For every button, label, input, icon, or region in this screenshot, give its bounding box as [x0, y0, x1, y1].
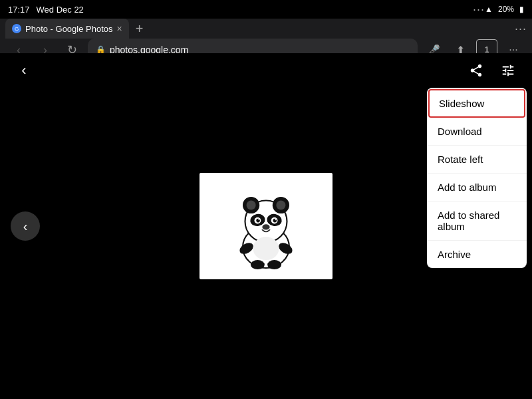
dropdown-item-add-to-album[interactable]: Add to album: [427, 174, 527, 201]
browser-chrome: G Photo - Google Photos × + ··· ‹ › ↻ 🔒 …: [0, 19, 532, 53]
svg-point-14: [262, 224, 269, 229]
svg-point-19: [267, 260, 281, 269]
battery-icon: ▮: [519, 5, 524, 14]
svg-point-10: [258, 219, 259, 220]
photo-frame: [200, 173, 332, 279]
svg-point-17: [253, 237, 279, 260]
share-icon: [469, 63, 483, 78]
panda-image: [219, 180, 313, 273]
dropdown-menu: Slideshow Download Rotate left Add to al…: [427, 88, 527, 268]
tab-favicon: G: [12, 24, 21, 33]
photo-toolbar: ‹: [0, 53, 532, 88]
dropdown-item-download[interactable]: Download: [427, 118, 527, 146]
tab-close-button[interactable]: ×: [117, 23, 122, 34]
dropdown-item-rotate-left[interactable]: Rotate left: [427, 146, 527, 174]
tab-bar: G Photo - Google Photos × + ···: [0, 19, 532, 39]
wifi-icon: ▲: [485, 5, 493, 14]
svg-point-18: [251, 260, 265, 269]
left-nav-button[interactable]: ‹: [11, 211, 40, 241]
page-content: ‹ ‹: [0, 53, 532, 399]
dropdown-item-archive[interactable]: Archive: [427, 241, 527, 268]
time: 17:17: [8, 5, 30, 15]
svg-point-5: [276, 201, 285, 210]
dropdown-item-slideshow[interactable]: Slideshow: [428, 89, 525, 118]
svg-point-3: [247, 201, 256, 210]
status-bar: 17:17 Wed Dec 22 ··· ▲ 20% ▮: [0, 0, 532, 19]
date: Wed Dec 22: [37, 5, 84, 15]
status-right: ▲ 20% ▮: [485, 5, 524, 14]
tab-bar-more-button[interactable]: ···: [515, 22, 527, 36]
status-left: 17:17 Wed Dec 22: [8, 5, 84, 15]
new-tab-button[interactable]: +: [132, 21, 148, 37]
status-dots: ···: [473, 3, 485, 17]
dropdown-item-add-to-shared-album[interactable]: Add to shared album: [427, 201, 527, 241]
photo-back-button[interactable]: ‹: [11, 57, 37, 84]
options-icon-button[interactable]: [495, 57, 521, 84]
toolbar-right: [463, 57, 521, 84]
tab-title: Photo - Google Photos: [25, 24, 113, 34]
svg-point-13: [275, 219, 277, 220]
active-tab[interactable]: G Photo - Google Photos ×: [5, 19, 129, 39]
options-icon: [501, 63, 515, 78]
battery-level: 20%: [498, 5, 514, 14]
share-icon-button[interactable]: [463, 57, 489, 84]
